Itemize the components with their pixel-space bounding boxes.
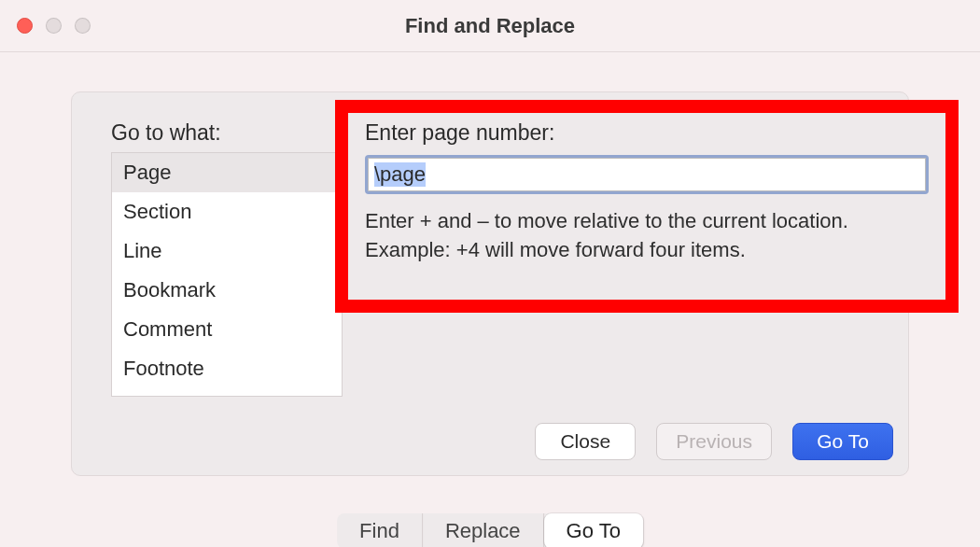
previous-button: Previous [656,423,772,460]
dialog-panel: Go to what: Page Section Line Bookmark C… [71,91,909,476]
goto-button[interactable]: Go To [792,423,893,460]
close-window-icon[interactable] [17,18,33,34]
tabs: Find Replace Go To [337,513,643,547]
goto-what-listbox[interactable]: Page Section Line Bookmark Comment Footn… [111,152,343,397]
list-item-section[interactable]: Section [112,192,342,231]
dialog-buttons: Close Previous Go To [535,423,893,460]
list-item-footnote[interactable]: Footnote [112,349,342,388]
page-number-input[interactable] [368,158,926,191]
tab-find[interactable]: Find [337,513,423,547]
window-controls [0,18,91,34]
window-title: Find and Replace [0,14,980,38]
entry-hint-text: Enter + and – to move relative to the cu… [365,207,929,265]
goto-what-label: Go to what: [111,120,221,146]
titlebar: Find and Replace [0,0,980,52]
entry-highlight-region: Enter page number: Enter + and – to move… [335,100,959,313]
list-item-endnote[interactable]: Endnote [112,389,342,397]
list-item-bookmark[interactable]: Bookmark [112,271,342,310]
tab-replace[interactable]: Replace [423,513,544,547]
enter-page-label: Enter page number: [365,120,929,146]
list-item-line[interactable]: Line [112,231,342,271]
page-number-input-focus-ring [365,155,929,194]
list-item-page[interactable]: Page [112,153,342,192]
tab-goto[interactable]: Go To [544,513,643,547]
close-button[interactable]: Close [535,423,636,460]
minimize-window-icon [46,18,62,34]
zoom-window-icon [75,18,91,34]
list-item-comment[interactable]: Comment [112,310,342,349]
